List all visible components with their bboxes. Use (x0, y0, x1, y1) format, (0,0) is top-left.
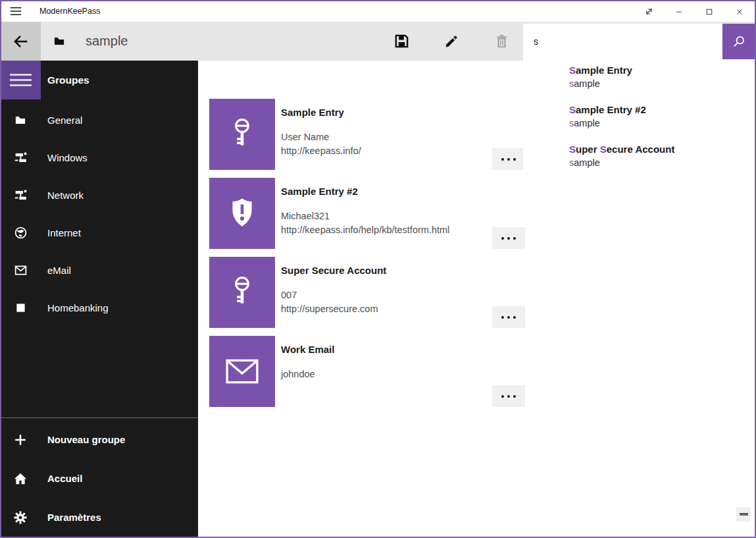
search-overlay: s Sample EntrysampleSample Entry #2sampl… (523, 24, 755, 188)
save-button[interactable] (386, 22, 417, 61)
more-button[interactable] (492, 227, 525, 249)
home-icon (13, 471, 28, 486)
sidebar-item-windows[interactable]: Windows (0, 139, 198, 176)
sidebar-item-label: Nouveau groupe (41, 434, 125, 445)
maximize-icon (705, 7, 714, 16)
minimize-button[interactable] (664, 1, 694, 22)
titlebar-hamburger-icon[interactable] (8, 3, 24, 19)
menu-hamburger-button[interactable] (0, 61, 41, 99)
suggestion-subtitle: sample (569, 117, 755, 130)
app-title: ModernKeePass (39, 0, 100, 22)
maximize-button[interactable] (694, 1, 724, 22)
close-button[interactable] (724, 1, 755, 22)
sidebar-item-label: Paramètres (41, 512, 101, 523)
minus-icon (740, 513, 748, 516)
sidebar-header: Groupes (47, 61, 89, 99)
more-button[interactable] (492, 385, 525, 407)
entry-tile[interactable] (209, 257, 275, 328)
more-button[interactable] (492, 148, 525, 170)
search-suggestions: Sample EntrysampleSample Entry #2sampleS… (523, 59, 755, 188)
more-button[interactable] (492, 306, 525, 328)
suggestion-subtitle: sample (569, 77, 755, 90)
hamburger-icon (10, 74, 32, 76)
edit-icon (444, 34, 459, 49)
sidebar-item-label: Network (41, 190, 84, 201)
sidebar-item-email[interactable]: eMail (0, 252, 198, 289)
gear-icon (13, 510, 28, 525)
sidebar-item-label: Internet (41, 227, 81, 238)
zoom-out-button[interactable] (736, 507, 751, 522)
suggestion-title: Sample Entry #2 (569, 103, 755, 117)
close-icon (735, 7, 744, 16)
entry-title: Sample Entry (281, 107, 344, 118)
group-list: GeneralWindowsNetworkInterneteMailHomeba… (0, 101, 198, 327)
sidebar-action-param-tres[interactable]: Paramètres (0, 498, 198, 537)
entry-title: Work Email (281, 344, 334, 355)
title-bar: ModernKeePass (0, 0, 756, 22)
sidebar-item-label: General (41, 115, 82, 126)
folder-icon (14, 115, 26, 126)
suggestion-subtitle: sample (569, 156, 755, 169)
entry-title: Super Secure Account (281, 265, 386, 276)
list-item[interactable]: Super Secure Account007http://supersecur… (209, 257, 525, 328)
delete-button[interactable] (486, 22, 517, 61)
back-button[interactable] (0, 22, 41, 61)
sidebar-item-homebanking[interactable]: Homebanking (0, 289, 198, 327)
fullscreen-icon (643, 6, 655, 17)
trash-icon (494, 34, 509, 49)
suggestion-title: Super Secure Account (569, 143, 755, 156)
network-icon (14, 188, 28, 202)
search-icon (732, 34, 746, 49)
shield-alert-icon (225, 196, 259, 231)
list-item[interactable]: Sample EntryUser Namehttp://keepass.info… (209, 99, 525, 170)
sidebar-action-accueil[interactable]: Accueil (0, 459, 198, 498)
entry-tile[interactable] (209, 99, 275, 170)
plus-icon (13, 433, 28, 447)
app-window: ModernKeePass sample Groupes GeneralWind… (0, 0, 756, 538)
search-suggestion[interactable]: Super Secure Accountsample (523, 143, 755, 182)
sidebar-footer: Nouveau groupeAccueilParamètres (0, 420, 198, 537)
list-item[interactable]: Sample Entry #2Michael321http://keepass.… (209, 178, 525, 249)
search-suggestion[interactable]: Sample Entry #2sample (523, 103, 755, 143)
minimize-icon (674, 7, 684, 16)
sidebar-item-label: eMail (41, 265, 71, 276)
sidebar-item-label: Windows (41, 152, 88, 163)
window-controls (634, 1, 755, 22)
entry-tile[interactable] (209, 336, 275, 407)
entry-details: User Namehttp://keepass.info/ (281, 130, 361, 158)
sidebar-action-nouveau-groupe[interactable]: Nouveau groupe (0, 420, 198, 459)
entry-title: Sample Entry #2 (281, 186, 358, 197)
network-icon (14, 151, 28, 165)
sidebar-item-general[interactable]: General (0, 101, 198, 139)
back-arrow-icon (12, 33, 29, 50)
entry-tile[interactable] (209, 178, 275, 249)
search-input[interactable]: s (523, 24, 755, 59)
fullscreen-button[interactable] (634, 1, 664, 22)
group-folder-icon (53, 22, 65, 61)
sidebar-item-network[interactable]: Network (0, 176, 198, 214)
key-icon (226, 275, 259, 310)
key-icon (226, 117, 259, 152)
search-button[interactable] (722, 24, 755, 59)
square-icon (14, 301, 28, 315)
sidebar-item-label: Homebanking (41, 302, 109, 313)
entry-details: 007http://supersecure.com (281, 288, 378, 316)
sidebar: Groupes GeneralWindowsNetworkInterneteMa… (0, 61, 198, 538)
list-item[interactable]: Work Emailjohndoe (209, 336, 525, 407)
appbar-actions (386, 22, 536, 61)
save-icon (394, 34, 409, 49)
globe-icon (14, 226, 28, 240)
sidebar-item-internet[interactable]: Internet (0, 214, 198, 252)
sidebar-divider (0, 417, 198, 418)
mail-big-icon (224, 357, 260, 386)
entry-details: Michael321http://keepass.info/help/kb/te… (281, 209, 449, 237)
suggestion-title: Sample Entry (569, 64, 755, 77)
current-group-title: sample (86, 22, 128, 61)
search-suggestion[interactable]: Sample Entrysample (523, 64, 755, 103)
entry-details: johndoe (281, 367, 315, 381)
sidebar-item-label: Accueil (41, 473, 82, 484)
edit-button[interactable] (436, 22, 467, 61)
mail-icon (14, 263, 28, 277)
